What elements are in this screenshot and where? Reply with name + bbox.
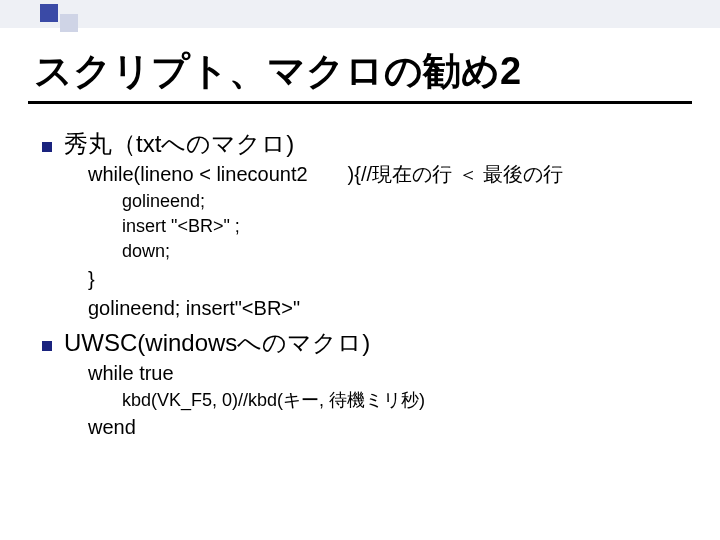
title-underline [28, 101, 692, 104]
bullet-heading: UWSC(windowsへのマクロ) [64, 327, 370, 359]
slide-title: スクリプト、マクロの勧め2 [34, 46, 720, 97]
code-line: kbd(VK_F5, 0)//kbd(キー, 待機ミリ秒) [122, 388, 720, 413]
code-line: down; [122, 239, 720, 264]
header-square-light [60, 14, 78, 32]
bullet-heading: 秀丸（txtへのマクロ) [64, 128, 294, 160]
code-line: } [88, 265, 720, 294]
code-line: insert "<BR>" ; [122, 214, 720, 239]
code-line: golineend; [122, 189, 720, 214]
code-line: while true [88, 359, 720, 388]
code-line: while(lineno < linecount2 ){//現在の行 ＜ 最後の… [88, 160, 720, 189]
bullet-item: UWSC(windowsへのマクロ) [42, 327, 720, 359]
bullet-item: 秀丸（txtへのマクロ) [42, 128, 720, 160]
header-strip [0, 0, 720, 28]
code-line: wend [88, 413, 720, 442]
slide-content: 秀丸（txtへのマクロ) while(lineno < linecount2 )… [42, 128, 720, 442]
square-bullet-icon [42, 341, 52, 351]
code-line: golineend; insert"<BR>" [88, 294, 720, 323]
header-square-dark [40, 4, 58, 22]
square-bullet-icon [42, 142, 52, 152]
